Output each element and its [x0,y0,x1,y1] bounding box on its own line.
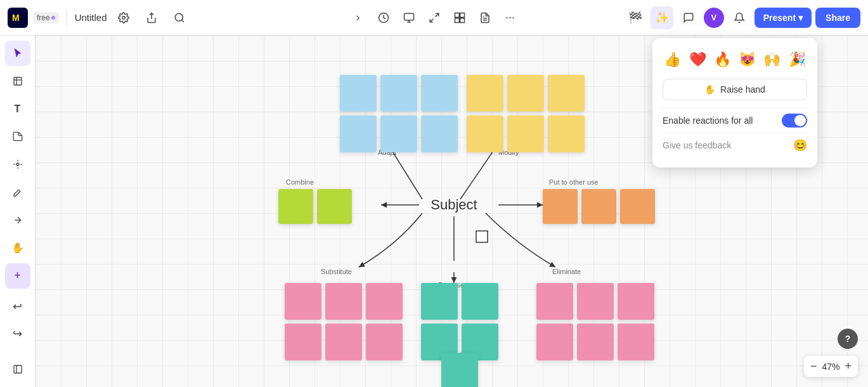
sticky-note[interactable] [421,283,458,320]
sticky-note[interactable] [618,283,654,320]
avatar-initials: V [711,13,716,22]
svg-rect-6 [404,13,413,20]
notifications-button[interactable] [728,6,751,29]
sticky-note[interactable] [618,324,654,360]
sticky-note[interactable] [507,115,544,152]
settings-button[interactable] [112,6,135,29]
sticky-note[interactable] [340,115,377,152]
comments-button[interactable] [677,6,700,29]
sticky-note[interactable] [467,75,503,112]
svg-rect-22 [14,365,22,373]
sticky-note[interactable] [467,115,503,152]
miro-logo: M [8,8,28,28]
svg-text:M: M [12,13,20,23]
present-button[interactable]: Present ▾ [755,8,812,28]
layout-button[interactable] [448,6,471,29]
sticky-note[interactable] [421,75,458,112]
zoom-in-button[interactable]: + [845,360,852,373]
cursor-tool[interactable] [5,41,30,66]
svg-rect-12 [460,13,464,17]
reactions-popup: 👍 ❤️ 🔥 😻 🙌 🎉 ✋ Raise hand Enable reactio… [652,38,817,167]
share-icon-button[interactable] [140,6,163,29]
pen-tool[interactable] [5,180,30,205]
sticky-note[interactable] [536,283,573,320]
frames-tool[interactable] [5,69,30,94]
shape-tool[interactable] [5,152,30,177]
feedback-label: Give us feedback [663,140,731,150]
raise-hand-icon: ✋ [704,84,715,95]
free-label: free [37,13,50,22]
sticky-note[interactable] [325,324,362,360]
sticky-note[interactable] [380,115,417,152]
svg-rect-17 [14,77,22,85]
thumbs-up-emoji[interactable]: 👍 [663,48,682,71]
subject-text: Subject [431,197,477,213]
sticky-note[interactable] [441,353,478,387]
miro-logo-icon: M [8,8,28,28]
sticky-note[interactable] [380,75,417,112]
svg-rect-14 [455,18,459,22]
redo-button[interactable]: ↪ [5,321,30,346]
sticky-note[interactable] [317,189,352,224]
sidebar-toggle[interactable] [5,357,30,382]
raised-hands-emoji[interactable]: 🙌 [762,48,782,71]
timer-button[interactable] [372,6,395,29]
sticky-note[interactable] [548,75,585,112]
svg-rect-13 [460,18,464,22]
sticky-note[interactable] [278,189,313,224]
chevron-button[interactable]: › [347,6,370,29]
raise-hand-label: Raise hand [720,84,765,95]
sticky-note-tool[interactable] [5,124,30,150]
svg-line-10 [430,18,433,22]
toggle-knob [794,115,806,126]
sticky-note[interactable] [421,115,458,152]
sticky-note[interactable] [543,189,578,224]
arrow-tool[interactable] [5,207,30,233]
reactions-button[interactable]: ✨ [651,6,673,29]
sticky-note[interactable] [548,115,585,152]
sticky-note[interactable] [462,283,498,320]
sticky-note[interactable] [340,75,377,112]
heart-emoji[interactable]: ❤️ [687,48,707,71]
sticky-note[interactable] [285,324,321,360]
text-tool[interactable]: T [5,96,30,122]
sticky-note[interactable] [366,283,403,320]
notes-button[interactable] [474,6,496,29]
undo-button[interactable]: ↩ [5,294,30,319]
feedback-icon[interactable]: 😊 [793,138,807,152]
present-label: Present [763,13,796,23]
zoom-out-button[interactable]: − [810,360,817,373]
emoji-reactions-row: 👍 ❤️ 🔥 😻 🙌 🎉 [663,48,807,71]
share-button[interactable]: Share [815,8,860,28]
screen-button[interactable] [398,6,420,29]
more-button[interactable]: ··· [499,6,522,29]
sticky-note[interactable] [536,324,573,360]
sticky-note[interactable] [366,324,403,360]
present-chevron: ▾ [798,13,803,23]
board-title[interactable]: Untitled [75,12,107,23]
sticky-note[interactable] [507,75,544,112]
sticky-note[interactable] [577,283,614,320]
sticky-note[interactable] [325,283,362,320]
party-emoji[interactable]: 🎉 [787,48,807,71]
raise-hand-button[interactable]: ✋ Raise hand [663,79,807,100]
add-tool[interactable]: + [5,263,30,289]
heart-eyes-cat-emoji[interactable]: 😻 [737,48,757,71]
fire-emoji[interactable]: 🔥 [713,48,732,71]
sticky-note[interactable] [285,283,321,320]
eliminate-label: Eliminate [552,268,581,275]
enable-reactions-toggle[interactable] [782,114,807,128]
sticky-note[interactable] [581,189,616,224]
svg-point-3 [175,13,183,21]
sticky-note[interactable] [620,189,655,224]
free-dot [51,16,55,20]
search-button[interactable] [168,6,191,29]
sticky-note[interactable] [577,324,614,360]
fullscreen-button[interactable] [423,6,446,29]
hand-tool[interactable]: ✋ [5,235,30,261]
topbar: M free Untitled › ··· 🏁 [0,0,868,36]
flag-button[interactable]: 🏁 [624,6,647,29]
avatar-button[interactable]: V [704,8,724,28]
help-button[interactable]: ? [838,329,858,349]
combine-label: Combine [286,178,314,186]
